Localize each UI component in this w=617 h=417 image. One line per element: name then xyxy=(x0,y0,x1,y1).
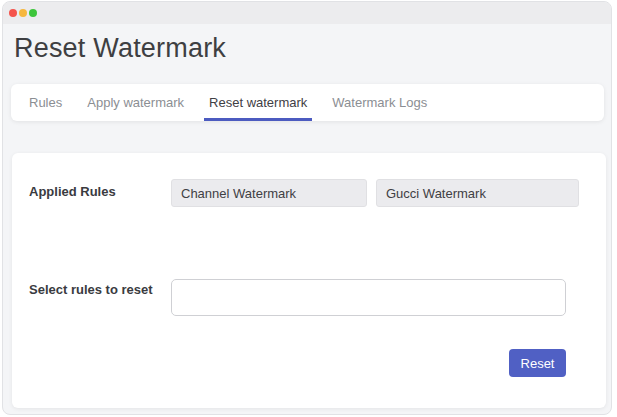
applied-rule-value: Gucci Watermark xyxy=(386,186,486,201)
reset-watermark-form-card: Applied Rules Channel Watermark Gucci Wa… xyxy=(12,153,606,408)
traffic-light-maximize-icon[interactable] xyxy=(29,9,37,17)
tab-label: Apply watermark xyxy=(87,95,184,110)
select-rules-input[interactable] xyxy=(171,279,566,316)
tab-apply-watermark[interactable]: Apply watermark xyxy=(82,84,189,121)
applied-rule-chip: Gucci Watermark xyxy=(376,179,579,207)
tab-label: Rules xyxy=(29,95,62,110)
applied-rule-value: Channel Watermark xyxy=(181,186,296,201)
tab-watermark-logs[interactable]: Watermark Logs xyxy=(327,84,432,121)
applied-rule-chip: Channel Watermark xyxy=(171,179,367,207)
tab-reset-watermark[interactable]: Reset watermark xyxy=(204,84,312,121)
tab-rules[interactable]: Rules xyxy=(24,84,67,121)
tab-label: Reset watermark xyxy=(209,95,307,110)
traffic-light-close-icon[interactable] xyxy=(9,9,17,17)
tab-bar: Rules Apply watermark Reset watermark Wa… xyxy=(11,84,604,121)
applied-rules-label: Applied Rules xyxy=(29,184,116,199)
window-titlebar xyxy=(3,2,611,24)
browser-window: Reset Watermark Rules Apply watermark Re… xyxy=(2,1,612,415)
page-title: Reset Watermark xyxy=(14,33,226,64)
tab-label: Watermark Logs xyxy=(332,95,427,110)
select-rules-label: Select rules to reset xyxy=(29,282,153,297)
reset-button[interactable]: Reset xyxy=(509,349,566,377)
traffic-light-minimize-icon[interactable] xyxy=(19,9,27,17)
